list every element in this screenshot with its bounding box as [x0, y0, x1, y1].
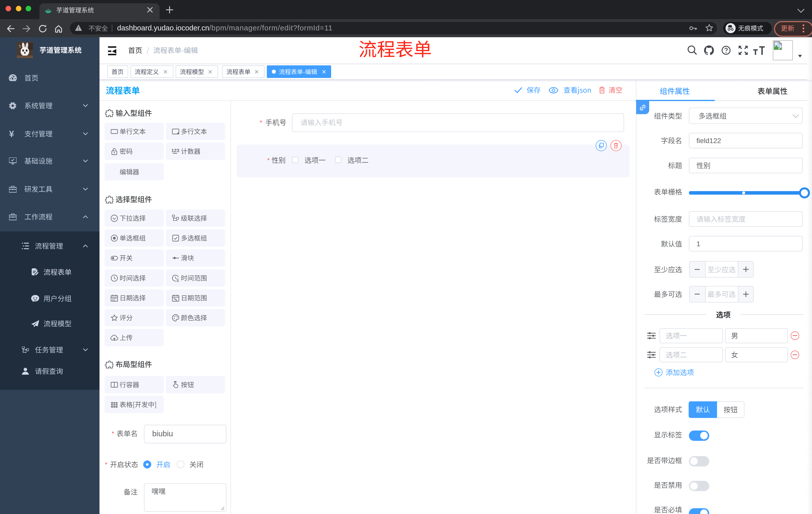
- svg-text:123: 123: [171, 148, 179, 153]
